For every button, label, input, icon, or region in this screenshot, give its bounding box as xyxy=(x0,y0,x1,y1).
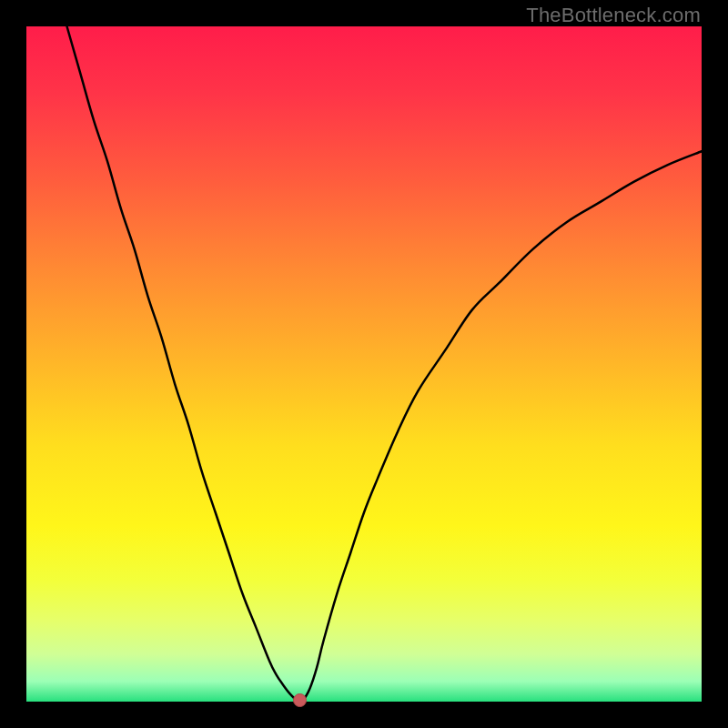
curve-layer xyxy=(26,26,702,702)
minimum-marker xyxy=(294,694,307,707)
chart-frame: TheBottleneck.com xyxy=(0,0,728,728)
watermark-text: TheBottleneck.com xyxy=(526,4,701,27)
plot-area xyxy=(26,26,702,702)
bottleneck-curve xyxy=(67,26,702,701)
